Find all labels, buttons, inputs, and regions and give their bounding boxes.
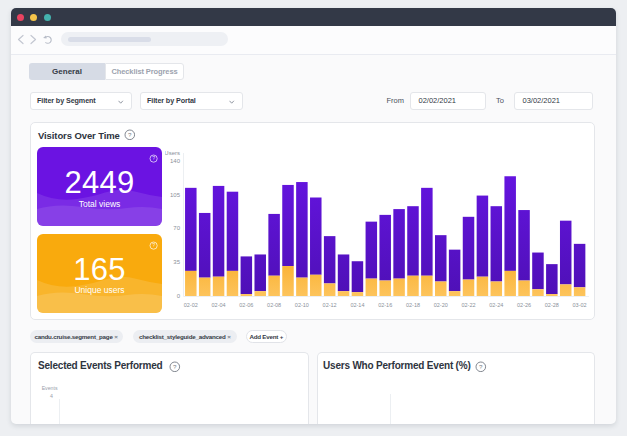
svg-text:02-10: 02-10 (295, 302, 309, 308)
svg-text:02-02: 02-02 (184, 302, 198, 308)
svg-text:?: ? (153, 155, 156, 161)
svg-text:105: 105 (170, 192, 181, 198)
svg-text:02-18: 02-18 (406, 302, 420, 308)
svg-text:?: ? (153, 242, 156, 248)
svg-text:02-26: 02-26 (517, 302, 531, 308)
svg-text:02-22: 02-22 (461, 302, 475, 308)
svg-text:?: ? (128, 131, 132, 138)
svg-text:02-28: 02-28 (545, 302, 559, 308)
svg-text:02-12: 02-12 (323, 302, 337, 308)
svg-text:0: 0 (177, 293, 181, 299)
svg-text:03-02: 03-02 (573, 302, 587, 308)
svg-text:02-06: 02-06 (239, 302, 253, 308)
svg-text:02-08: 02-08 (267, 302, 281, 308)
svg-text:Users: Users (165, 150, 180, 156)
svg-text:35: 35 (173, 259, 180, 265)
svg-text:02-20: 02-20 (434, 302, 448, 308)
svg-text:02-24: 02-24 (489, 302, 503, 308)
svg-text:02-04: 02-04 (212, 302, 226, 308)
svg-text:02-14: 02-14 (350, 302, 364, 308)
svg-text:?: ? (479, 363, 483, 370)
svg-text:140: 140 (170, 158, 181, 164)
svg-text:?: ? (173, 363, 177, 370)
svg-text:70: 70 (173, 225, 180, 231)
svg-text:02-16: 02-16 (378, 302, 392, 308)
